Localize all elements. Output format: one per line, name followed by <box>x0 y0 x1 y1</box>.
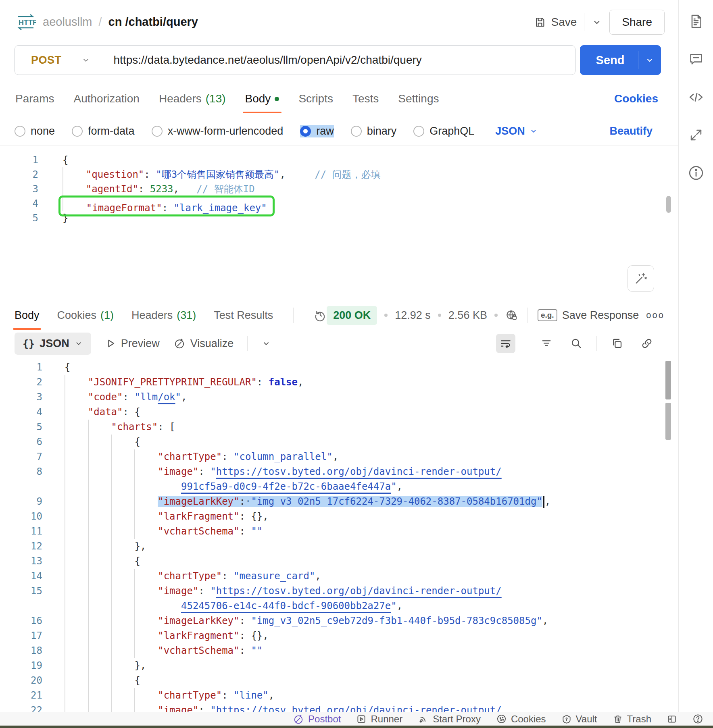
method-select[interactable]: POST <box>15 54 103 67</box>
wrap-text-icon[interactable] <box>496 334 515 353</box>
visualize-options-icon[interactable] <box>261 339 271 348</box>
tab-body[interactable]: Body <box>244 85 280 112</box>
body-mode-row: none form-data x-www-form-urlencoded raw… <box>0 117 678 145</box>
trash-button[interactable]: Trash <box>613 713 651 725</box>
tab-authorization[interactable]: Authorization <box>73 85 140 112</box>
wand-icon <box>293 713 304 725</box>
response-tab-headers[interactable]: Headers(31) <box>131 303 196 328</box>
code-line[interactable]: 1{ <box>15 153 678 167</box>
send-button[interactable]: Send <box>580 45 661 75</box>
dot-separator <box>438 314 441 317</box>
mode-form-data[interactable]: form-data <box>72 125 135 137</box>
code-snippet-icon[interactable] <box>687 88 705 106</box>
postbot-wand-button[interactable] <box>628 265 654 292</box>
code-line[interactable]: 8 "image": "https://tosv.byted.org/obj/d… <box>15 464 678 479</box>
code-line[interactable]: 12 }, <box>15 539 678 554</box>
divider <box>247 336 248 351</box>
response-toolbar: {} JSON Preview <box>0 329 678 358</box>
help-icon <box>692 713 703 724</box>
vault-button[interactable]: Vault <box>561 713 597 725</box>
breadcrumb-parent[interactable]: aeolusllm <box>43 15 92 29</box>
code-line[interactable]: 3 "agentId": 5233, // 智能体ID <box>15 182 678 196</box>
language-select[interactable]: JSON <box>495 125 538 137</box>
mode-graphql[interactable]: GraphQL <box>413 125 474 137</box>
runner-button[interactable]: Runner <box>356 713 402 725</box>
more-options-icon[interactable]: ooo <box>646 310 665 320</box>
code-line[interactable]: 19 }, <box>15 658 678 673</box>
response-body-viewer[interactable]: 1{2 "JSONIFY_PRETTYPRINT_REGULAR": false… <box>0 358 678 712</box>
postbot-button[interactable]: Postbot <box>293 713 341 725</box>
code-line[interactable]: 13 { <box>15 554 678 569</box>
code-line[interactable]: 16 "imageLarkKey": "img_v3_02n5_c9eb72d9… <box>15 614 678 628</box>
chevron-down-icon <box>74 339 83 348</box>
code-line[interactable]: 10 "larkFragment": {}, <box>15 509 678 524</box>
mode-urlencoded[interactable]: x-www-form-urlencoded <box>152 125 284 137</box>
code-line[interactable]: 45245706-e14c-44f0-bdcf-90600bb2a27e", <box>15 599 678 614</box>
chevron-down-icon <box>529 127 538 135</box>
network-info-icon[interactable] <box>505 309 518 322</box>
copy-icon[interactable] <box>607 334 627 353</box>
tab-tests[interactable]: Tests <box>352 85 379 112</box>
code-line[interactable]: 17 "larkFragment": {}, <box>15 628 678 643</box>
code-line[interactable]: 6 { <box>15 435 678 449</box>
code-line[interactable]: 22 "image": "https://tosv.byted.org/obj/… <box>15 703 678 712</box>
code-line[interactable]: 18 "vchartSchema": "" <box>15 643 678 658</box>
tab-settings[interactable]: Settings <box>397 85 440 112</box>
divider <box>293 308 294 323</box>
status-badge[interactable]: 200 OK <box>327 306 377 325</box>
share-button[interactable]: Share <box>609 10 665 35</box>
info-icon[interactable] <box>687 164 705 182</box>
save-button[interactable]: Save <box>534 16 577 29</box>
code-line[interactable]: 3 "code": "llm/ok", <box>15 390 678 405</box>
send-options-icon[interactable] <box>638 55 661 65</box>
panel-toggle-button[interactable] <box>667 714 677 724</box>
comments-icon[interactable] <box>687 50 705 69</box>
pull-request-icon[interactable] <box>687 126 705 144</box>
cookies-button[interactable]: Cookies <box>496 713 546 725</box>
cookies-link[interactable]: Cookies <box>614 92 658 105</box>
link-icon[interactable] <box>637 334 657 353</box>
response-tab-test-results[interactable]: Test Results <box>214 303 273 328</box>
tab-headers[interactable]: Headers(13) <box>158 85 227 112</box>
save-response-button[interactable]: e.g. Save Response <box>538 309 639 322</box>
request-body-editor[interactable]: 1{2 "question": "哪3个销售国家销售额最高", // 问题，必填… <box>0 145 678 301</box>
response-tab-body[interactable]: Body <box>15 303 40 328</box>
response-time[interactable]: 12.92 s <box>395 309 431 322</box>
code-line[interactable]: 20 { <box>15 673 678 688</box>
response-tab-cookies[interactable]: Cookies(1) <box>57 303 114 328</box>
search-icon[interactable] <box>567 334 586 353</box>
response-format-select[interactable]: {} JSON <box>15 333 91 355</box>
code-line[interactable]: 4 "data": { <box>15 405 678 420</box>
start-proxy-button[interactable]: Start Proxy <box>418 713 481 725</box>
response-size[interactable]: 2.56 KB <box>448 309 487 322</box>
code-line[interactable]: 11 "vchartSchema": "" <box>15 524 678 539</box>
code-line[interactable]: 4 "imageFormat": "lark_image_key" <box>15 196 678 211</box>
code-line[interactable]: 9 "imageLarkKey":·"img_v3_02n5_17cf6224-… <box>15 494 678 509</box>
mode-binary[interactable]: binary <box>351 125 397 137</box>
breadcrumb-current[interactable]: cn /chatbi/query <box>108 15 198 29</box>
mode-raw[interactable]: raw <box>300 125 334 137</box>
code-line[interactable]: 14 "chartType": "measure_card", <box>15 569 678 584</box>
right-sidebar <box>678 0 713 712</box>
save-options-button[interactable] <box>592 17 602 27</box>
code-line[interactable]: 1{ <box>15 360 678 375</box>
documentation-icon[interactable] <box>687 12 705 31</box>
mode-none[interactable]: none <box>15 125 55 137</box>
code-line[interactable]: 2 "question": "哪3个销售国家销售额最高", // 问题，必填 <box>15 167 678 182</box>
code-line[interactable]: 7 "chartType": "column_parallel", <box>15 449 678 464</box>
url-input[interactable] <box>103 54 575 67</box>
filter-icon[interactable] <box>537 334 556 353</box>
response-meta: 200 OK 12.92 s 2.56 KB e.g. <box>327 306 665 325</box>
visualize-button[interactable]: Visualize <box>173 337 234 350</box>
response-history-icon[interactable] <box>314 309 327 322</box>
code-line[interactable]: 5 "charts": [ <box>15 420 678 435</box>
tab-scripts[interactable]: Scripts <box>298 85 334 112</box>
code-line[interactable]: 991cf5a9-d0c9-4f2e-b72c-6baae4fe447a", <box>15 479 678 494</box>
preview-button[interactable]: Preview <box>105 337 160 350</box>
code-line[interactable]: 15 "image": "https://tosv.byted.org/obj/… <box>15 584 678 599</box>
code-line[interactable]: 21 "chartType": "line", <box>15 688 678 703</box>
code-line[interactable]: 2 "JSONIFY_PRETTYPRINT_REGULAR": false, <box>15 375 678 390</box>
tab-params[interactable]: Params <box>15 85 55 112</box>
beautify-link[interactable]: Beautify <box>609 125 653 137</box>
help-button[interactable] <box>692 713 703 724</box>
